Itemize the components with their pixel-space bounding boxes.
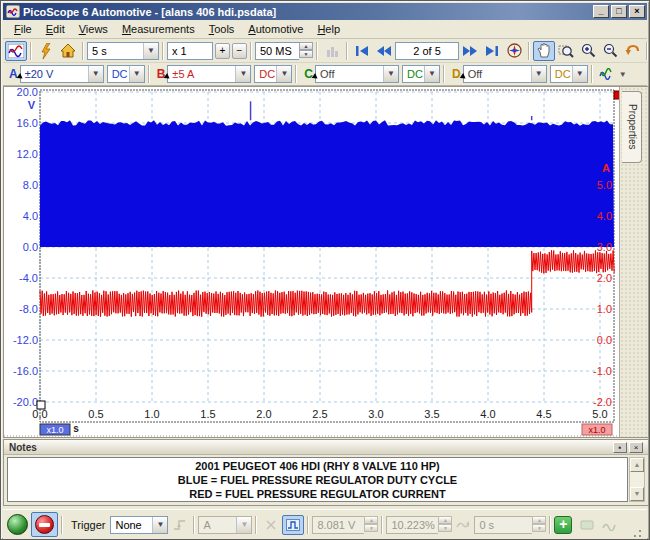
buffer-previous-button[interactable] bbox=[373, 41, 395, 61]
channel-b-label[interactable]: B bbox=[157, 67, 166, 81]
channel-a-label[interactable]: A bbox=[9, 67, 18, 81]
zoom-multiplier-increase-button[interactable]: + bbox=[215, 43, 230, 59]
sample-count-spinner[interactable]: 50 MS ▲▼ bbox=[255, 42, 313, 60]
y-left-tick: -4.0 bbox=[19, 272, 38, 284]
probes-menu-dropdown[interactable]: ▼ bbox=[619, 70, 627, 79]
y-left-tick: 4.0 bbox=[23, 210, 38, 222]
channel-a-range-value: ±20 V bbox=[21, 68, 88, 80]
trigger-toolbar: Trigger None ▼ A ▼ 8.0 bbox=[3, 509, 647, 539]
channel-b-range-select[interactable]: ±5 A ▼ bbox=[167, 65, 251, 83]
next-buffer-icon bbox=[462, 45, 478, 57]
notes-line: RED = FUEL PRESSURE REGULATOR CURRENT bbox=[8, 487, 627, 501]
menu-item-tools[interactable]: Tools bbox=[202, 21, 242, 37]
delete-measurement-button bbox=[598, 515, 620, 535]
y-left-tick: -16.0 bbox=[13, 365, 38, 377]
channel-c-label[interactable]: C bbox=[304, 67, 313, 81]
y-left-tick: -12.0 bbox=[13, 334, 38, 346]
maximize-button[interactable]: □ bbox=[611, 5, 627, 18]
axis-drag-handle[interactable] bbox=[37, 401, 45, 409]
home-settings-button[interactable] bbox=[57, 41, 79, 61]
notes-undock-button[interactable]: ▪ bbox=[613, 442, 627, 453]
scroll-down-icon[interactable]: ▼ bbox=[630, 487, 644, 501]
last-buffer-icon bbox=[485, 45, 499, 57]
trigger-view-button[interactable] bbox=[282, 515, 304, 535]
timebase-select[interactable]: 5 s ▼ bbox=[87, 42, 159, 60]
properties-strip: Properties bbox=[619, 87, 648, 437]
menu-item-measurements[interactable]: Measurements bbox=[115, 21, 202, 37]
x-axis-tick: 5.0 bbox=[592, 408, 607, 420]
menu-item-file[interactable]: File bbox=[7, 21, 39, 37]
chevron-down-icon: ▼ bbox=[236, 517, 251, 533]
trigger-edge-button bbox=[168, 515, 190, 535]
x-axis-tick: 1.5 bbox=[200, 408, 215, 420]
zoom-in-button[interactable] bbox=[577, 41, 599, 61]
spin-up-icon: ▲ bbox=[532, 516, 546, 524]
channel-d-range-select[interactable]: Off ▼ bbox=[463, 65, 547, 83]
separator bbox=[250, 42, 252, 60]
first-buffer-icon bbox=[355, 45, 369, 57]
zoom-window-button[interactable] bbox=[555, 41, 577, 61]
separator bbox=[443, 65, 445, 83]
channel-a-coupling-value: DC bbox=[108, 68, 129, 80]
start-capture-button[interactable] bbox=[7, 514, 28, 535]
buffer-position-field[interactable]: 2 of 5 bbox=[395, 42, 459, 60]
notes-text-area[interactable]: 2001 PEUGEOT 406 HDI (RHY 8 VALVE 110 HP… bbox=[7, 457, 628, 502]
main-toolbar: 5 s ▼ x 1 + − 50 MS ▲▼ 2 of 5 bbox=[3, 39, 647, 63]
channel-a-coupling-select[interactable]: DC ▼ bbox=[107, 65, 145, 83]
buffer-first-button[interactable] bbox=[351, 41, 373, 61]
waveform-graph[interactable]: 0.00.51.01.52.02.53.03.54.04.55.0s20.016… bbox=[4, 87, 648, 437]
channel-c-coupling-select[interactable]: DC ▼ bbox=[402, 65, 440, 83]
hand-tool-button[interactable] bbox=[533, 41, 555, 61]
trigger-label: Trigger bbox=[71, 519, 105, 531]
spin-down-icon[interactable]: ▼ bbox=[299, 50, 313, 58]
trigger-mode-select[interactable]: None ▼ bbox=[110, 516, 168, 534]
x-axis-tick: 3.5 bbox=[424, 408, 439, 420]
notes-line: 2001 PEUGEOT 406 HDI (RHY 8 VALVE 110 HP… bbox=[8, 459, 627, 473]
notes-close-button[interactable]: × bbox=[629, 442, 643, 453]
channel-d-coupling-select[interactable]: DC ▼ bbox=[550, 65, 588, 83]
notes-header: Notes ▪ × bbox=[4, 440, 648, 455]
zoom-multiplier-decrease-button[interactable]: − bbox=[232, 43, 247, 59]
waveform-icon bbox=[8, 44, 24, 58]
notes-panel: Notes ▪ × 2001 PEUGEOT 406 HDI (RHY 8 VA… bbox=[3, 439, 649, 506]
close-button[interactable]: × bbox=[629, 5, 645, 18]
scope-view-button[interactable] bbox=[5, 41, 27, 61]
x-axis-unit: s bbox=[73, 423, 79, 434]
buffer-navigator-button[interactable] bbox=[503, 41, 525, 61]
notes-scrollbar[interactable]: ▲ ▼ bbox=[629, 457, 645, 502]
tab-properties[interactable]: Properties bbox=[622, 91, 642, 163]
buffer-last-button[interactable] bbox=[481, 41, 503, 61]
persistence-mode-button bbox=[321, 41, 343, 61]
edit-measurement-button bbox=[576, 515, 598, 535]
app-window: PicoScope 6 Automotive - [alans 406 hdi.… bbox=[0, 0, 650, 540]
channel-c-range-select[interactable]: Off ▼ bbox=[315, 65, 399, 83]
stop-capture-button[interactable] bbox=[31, 512, 58, 537]
probes-menu-button[interactable] bbox=[596, 64, 618, 84]
y-right-tick: -2.0 bbox=[593, 396, 612, 408]
channel-b-coupling-select[interactable]: DC ▼ bbox=[254, 65, 292, 83]
separator bbox=[30, 42, 32, 60]
x-axis-tick: 0.5 bbox=[88, 408, 103, 420]
undo-zoom-button[interactable] bbox=[621, 41, 643, 61]
compass-icon bbox=[507, 43, 522, 58]
separator bbox=[549, 516, 551, 534]
zoom-out-button[interactable] bbox=[599, 41, 621, 61]
minimize-button[interactable]: _ bbox=[593, 5, 609, 18]
resize-grip[interactable] bbox=[630, 526, 643, 539]
add-measurement-button[interactable]: + bbox=[554, 516, 572, 534]
channel-d-label[interactable]: D bbox=[452, 67, 461, 81]
menu-item-help[interactable]: Help bbox=[310, 21, 347, 37]
buffer-next-button[interactable] bbox=[459, 41, 481, 61]
notes-line: BLUE = FUEL PRESSURE REGULATOR DUTY CYCL… bbox=[8, 473, 627, 487]
trigger-waveform-icon bbox=[286, 519, 300, 531]
scroll-up-icon[interactable]: ▲ bbox=[630, 458, 644, 472]
spin-up-icon[interactable]: ▲ bbox=[299, 42, 313, 50]
separator bbox=[162, 42, 164, 60]
connect-device-button[interactable] bbox=[35, 41, 57, 61]
menu-item-automotive[interactable]: Automotive bbox=[241, 21, 310, 37]
y-left-tick: 12.0 bbox=[17, 148, 38, 160]
menu-item-edit[interactable]: Edit bbox=[39, 21, 72, 37]
menu-item-views[interactable]: Views bbox=[72, 21, 115, 37]
channel-a-range-select[interactable]: ±20 V ▼ bbox=[20, 65, 104, 83]
zoom-multiplier-field[interactable]: x 1 bbox=[167, 42, 213, 60]
